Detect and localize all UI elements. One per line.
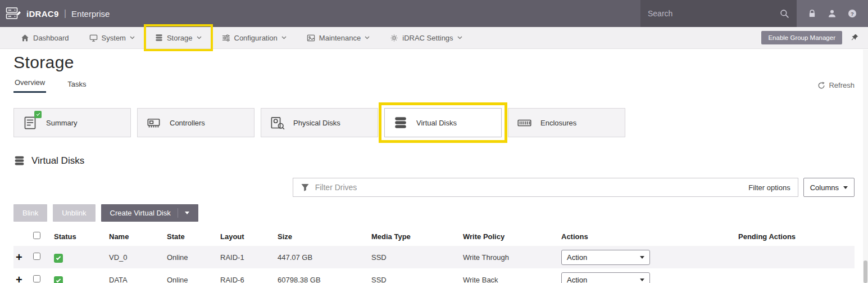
brand-edition: Enterprise — [71, 9, 110, 19]
nav-item-maintenance[interactable]: Maintenance — [298, 27, 378, 48]
cell-size: 60798.38 GB — [278, 268, 371, 283]
scrollbar-thumb[interactable] — [864, 260, 867, 283]
card-label: Enclosures — [540, 119, 576, 127]
cell-size: 447.07 GB — [278, 246, 371, 268]
cell-name: VD_0 — [109, 246, 167, 268]
chevron-down-icon — [130, 36, 135, 39]
row-checkbox[interactable] — [33, 275, 40, 282]
page-title: Storage — [13, 52, 855, 73]
lock-icon[interactable] — [808, 9, 816, 18]
table-row-vd0: + VD_0 Online RAID-1 447.07 GB SSD Write… — [13, 246, 855, 268]
status-ok-icon — [54, 276, 63, 283]
nav-item-idrac-settings[interactable]: iDRAC Settings — [381, 27, 470, 48]
vertical-scrollbar[interactable] — [863, 50, 868, 283]
nav-item-system[interactable]: System — [81, 27, 143, 48]
chevron-down-icon — [185, 212, 189, 214]
card-label: Controllers — [170, 119, 205, 127]
unblink-button[interactable]: Unblink — [53, 204, 95, 222]
card-enclosures[interactable]: Enclosures — [508, 108, 625, 137]
cell-media-type: SSD — [371, 268, 463, 283]
create-virtual-disk-button[interactable]: Create Virtual Disk — [101, 204, 198, 222]
main-content: Storage Overview Tasks Refresh — [0, 49, 868, 283]
col-name: Name — [109, 227, 167, 246]
chevron-down-icon — [365, 36, 370, 39]
chevron-down-icon — [457, 36, 462, 39]
cell-write-policy: Write Back — [463, 268, 561, 283]
cell-state: Online — [167, 268, 220, 283]
col-actions: Actions — [561, 227, 738, 246]
col-layout: Layout — [220, 227, 278, 246]
nav-label: Maintenance — [319, 34, 361, 42]
card-label: Virtual Disks — [416, 119, 457, 127]
expand-row-button[interactable]: + — [13, 274, 22, 283]
search-bar — [640, 0, 797, 27]
filter-box: Filter options — [293, 178, 798, 197]
chevron-down-icon — [281, 36, 287, 39]
storage-icon — [155, 34, 163, 42]
cell-pending-actions — [738, 246, 855, 268]
tab-tasks[interactable]: Tasks — [66, 78, 87, 93]
refresh-icon — [817, 82, 825, 89]
idrac-logo-icon — [6, 6, 21, 21]
cell-media-type: SSD — [371, 246, 463, 268]
refresh-label: Refresh — [829, 81, 855, 89]
summary-icon — [22, 115, 38, 131]
cell-write-policy: Write Through — [463, 246, 561, 268]
pin-icon[interactable] — [850, 33, 859, 42]
card-label: Physical Disks — [293, 119, 340, 127]
top-header: iDRAC9 | Enterprise — [0, 0, 868, 27]
cell-layout: RAID-6 — [220, 268, 278, 283]
storage-cards: Summary Controllers — [13, 108, 855, 137]
controllers-icon — [146, 115, 161, 131]
tab-overview[interactable]: Overview — [13, 76, 46, 93]
filter-options-link[interactable]: Filter options — [748, 183, 790, 192]
chevron-down-icon — [197, 36, 202, 39]
nav-label: Configuration — [234, 34, 278, 42]
summary-ok-badge — [34, 111, 42, 118]
maintenance-icon — [307, 34, 315, 42]
enable-group-manager-button[interactable]: Enable Group Manager — [761, 31, 842, 44]
filter-drives-input[interactable] — [315, 183, 743, 192]
enclosures-icon — [517, 115, 532, 131]
cell-name: DATA — [109, 268, 167, 283]
chevron-down-icon — [843, 186, 848, 189]
main-nav: Dashboard System Storage Configuration — [0, 27, 868, 49]
card-label: Summary — [46, 119, 78, 127]
select-all-checkbox[interactable] — [33, 232, 40, 239]
blink-button[interactable]: Blink — [13, 204, 47, 222]
nav-item-dashboard[interactable]: Dashboard — [12, 27, 78, 48]
physical-disks-icon — [270, 115, 285, 131]
row-checkbox[interactable] — [33, 253, 40, 260]
refresh-button[interactable]: Refresh — [817, 81, 855, 93]
nav-item-configuration[interactable]: Configuration — [213, 27, 295, 48]
card-physical-disks[interactable]: Physical Disks — [261, 108, 378, 137]
virtual-disks-icon — [13, 155, 25, 167]
col-write-policy: Write Policy — [463, 227, 561, 246]
search-icon[interactable] — [780, 9, 789, 19]
nav-item-storage[interactable]: Storage — [147, 27, 210, 48]
tabs-row: Overview Tasks Refresh — [13, 76, 855, 93]
action-select-value: Action — [567, 253, 587, 262]
columns-button[interactable]: Columns — [803, 178, 855, 197]
home-icon — [21, 34, 29, 42]
chevron-down-icon — [640, 278, 644, 281]
col-status: Status — [54, 227, 109, 246]
nav-right: Enable Group Manager — [761, 27, 868, 48]
card-virtual-disks[interactable]: Virtual Disks — [384, 108, 502, 137]
status-ok-icon — [54, 254, 63, 263]
card-summary[interactable]: Summary — [13, 108, 131, 137]
card-controllers[interactable]: Controllers — [137, 108, 255, 137]
nav-label: Dashboard — [33, 34, 69, 42]
user-icon[interactable] — [828, 9, 837, 18]
expand-row-button[interactable]: + — [13, 251, 22, 263]
table-toolbar: Blink Unblink Create Virtual Disk — [13, 204, 855, 222]
nav-label: System — [102, 34, 126, 42]
help-icon[interactable]: ? — [848, 9, 857, 18]
chevron-down-icon — [640, 256, 644, 259]
cell-state: Online — [167, 246, 220, 268]
col-media-type: Media Type — [371, 227, 463, 246]
action-select[interactable]: Action — [561, 250, 650, 265]
system-icon — [89, 34, 98, 42]
search-input[interactable] — [648, 9, 775, 18]
action-select[interactable]: Action — [561, 272, 650, 283]
